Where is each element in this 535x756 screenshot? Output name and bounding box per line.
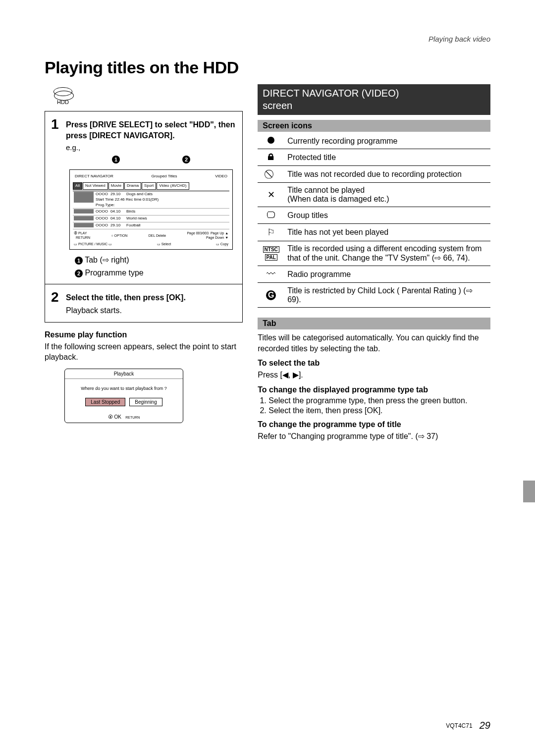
subsection-screen-icons: Screen icons	[258, 120, 490, 132]
table-row: 〰 Radio programme	[258, 266, 490, 283]
dn-row: OOOO 29.10 Football	[73, 222, 229, 229]
dn-row-channel: OOOO	[96, 216, 110, 221]
thumbnail-icon	[74, 216, 94, 220]
table-row: ⃠ Title was not recorded due to recordin…	[258, 166, 490, 183]
section-tab	[523, 481, 535, 502]
recording-icon	[268, 137, 274, 144]
radio-icon: 〰	[267, 269, 275, 279]
direct-navigator-screenshot: DIRECT NAVIGATOR Grouped Titles VIDEO Al…	[69, 169, 233, 250]
dn-foot-copy: Copy	[220, 242, 228, 246]
dn-page: Page 003/003	[187, 231, 209, 235]
dn-row-date: 29.10	[110, 223, 126, 228]
callout-label-1: Tab (⇨ right)	[85, 256, 129, 264]
ntsc-icon: NTSC	[263, 246, 279, 253]
playback-dialog-question: Where do you want to start playback from…	[65, 379, 183, 398]
dn-tab: Movie	[108, 182, 124, 190]
screen-icons-table: Currently recording programme 🔒︎ Protect…	[258, 134, 490, 308]
resume-heading: Resume play function	[45, 330, 243, 339]
right-column: DIRECT NAVIGATOR (VIDEO)screen Screen ic…	[258, 84, 490, 441]
thumbnail-icon	[74, 223, 94, 227]
child-lock-icon: G	[266, 290, 276, 300]
resume-section: Resume play function If the following sc…	[45, 330, 243, 423]
tab-para: Titles will be categorised automatically…	[258, 332, 490, 354]
step-1: 1 Press [DRIVE SELECT] to select "HDD", …	[45, 111, 242, 284]
steps-box: 1 Press [DRIVE SELECT] to select "HDD", …	[45, 111, 243, 323]
to-change-progtype-tab-heading: To change the displayed programme type t…	[258, 385, 490, 394]
table-row: Currently recording programme	[258, 134, 490, 149]
table-row: G Title is restricted by Child Lock ( Pa…	[258, 283, 490, 308]
step-2: 2 Select the title, then press [OK]. Pla…	[45, 284, 242, 322]
dn-row-title: World news	[126, 216, 228, 221]
dn-tabs: All Not Viewed Movie Drama Sport Video (…	[73, 182, 229, 190]
dn-foot-select: Select	[161, 242, 171, 246]
to-select-tab-body: Press [◀, ▶].	[258, 370, 490, 380]
dn-foot-del: DEL Delete	[149, 233, 166, 238]
dn-foot-return: RETURN	[76, 236, 90, 239]
callout-1-icon: 1	[112, 156, 120, 163]
step-1-instruction: Press [DRIVE SELECT] to select "HDD", th…	[66, 119, 236, 141]
step-body: Select the title, then press [OK]. Playb…	[66, 289, 236, 316]
dn-pageup: Page Up	[211, 231, 224, 235]
dn-tab: Drama	[124, 182, 141, 190]
step-1-eg: e.g.,	[66, 143, 236, 153]
group-titles-icon: 🖵︎	[267, 210, 275, 220]
step-2-result: Playback starts.	[66, 305, 236, 316]
dn-tab: Video (AVCHD)	[157, 182, 189, 190]
dn-list: OOOO 29.10 Dogs and Cats Start Time 22:4…	[73, 191, 229, 229]
dn-row-channel: OOOO	[96, 223, 110, 228]
dn-row-date: 04.10	[110, 209, 126, 215]
dn-foot-option: OPTION	[114, 234, 128, 237]
dn-tab: Sport	[142, 182, 156, 190]
cannot-play-icon: ✕	[268, 190, 275, 200]
callout-legend: 1 Tab (⇨ right) 2 Programme type	[75, 255, 236, 278]
step-body: Press [DRIVE SELECT] to select "HDD", th…	[66, 116, 236, 278]
table-row: ⚐ Title has not yet been played	[258, 224, 490, 241]
running-header: Playing back video	[45, 35, 490, 43]
dn-foot-play: PLAY	[78, 231, 87, 235]
callout-badge-2: 2	[75, 270, 83, 277]
dn-row-channel: OOOO	[96, 209, 110, 215]
dn-row-channel: OOOO	[96, 192, 110, 197]
page-title: Playing titles on the HDD	[45, 58, 490, 77]
playback-dialog-title: Playback	[65, 369, 183, 379]
callout-badge-1: 1	[75, 257, 83, 265]
section-header-direct-navigator: DIRECT NAVIGATOR (VIDEO)screen	[258, 84, 490, 115]
dn-tab: All	[73, 182, 82, 190]
to-change-progtype-title-body: Refer to "Changing programme type of tit…	[258, 431, 490, 442]
dn-row: OOOO 04.10 World news	[73, 216, 229, 222]
dn-title-right: VIDEO	[215, 174, 227, 179]
last-stopped-button[interactable]: Last Stopped	[85, 398, 125, 406]
doc-code: VQT4C71	[446, 722, 472, 729]
list-item: Select the programme type, then press th…	[268, 396, 490, 405]
resume-para: If the following screen appears, select …	[45, 341, 243, 363]
dn-pagedn: Page Down	[206, 236, 224, 239]
icon-desc: Title is restricted by Child Lock ( Pare…	[284, 283, 490, 308]
callout-label-2: Programme type	[85, 269, 143, 277]
step-number: 2	[51, 289, 66, 316]
icon-desc: Radio programme	[284, 266, 490, 283]
table-row: NTSC PAL Title is recorded using a diffe…	[258, 241, 490, 266]
icon-desc: Title is recorded using a different enco…	[284, 241, 490, 266]
two-column-layout: HDD 1 Press [DRIVE SELECT] to select "HD…	[45, 84, 490, 441]
icon-desc: Title was not recorded due to recording …	[284, 166, 490, 183]
page-number: 29	[480, 720, 490, 731]
lock-icon: 🔒︎	[267, 152, 275, 162]
not-viewed-icon: ⚐	[267, 227, 275, 237]
to-select-tab-heading: To select the tab	[258, 359, 490, 368]
beginning-button[interactable]: Beginning	[129, 398, 162, 406]
dn-row-date: 29.10	[110, 192, 126, 197]
list-item: Select the item, then press [OK].	[268, 406, 490, 415]
dn-foot-picture-music: PICTURE / MUSIC	[78, 242, 107, 246]
icon-desc: Currently recording programme	[284, 134, 490, 149]
callout-2-icon: 2	[182, 156, 190, 163]
disc-icon	[54, 87, 72, 96]
step-2-instruction: Select the title, then press [OK].	[66, 292, 236, 303]
dn-row-progtype: Prog.Type:	[96, 203, 228, 208]
to-change-progtype-title-heading: To change the programme type of title	[258, 420, 490, 429]
dn-title-left: DIRECT NAVIGATOR	[75, 174, 113, 179]
dn-row-subtitle: Start Time 22:46 Rec time 0:01(DR)	[96, 197, 228, 203]
thumbnail-icon	[74, 209, 94, 214]
playback-ok-return: ⦿ OK RETURN	[65, 411, 183, 423]
dn-row: OOOO 04.10 Birds	[73, 209, 229, 216]
dn-row: OOOO 29.10 Dogs and Cats Start Time 22:4…	[73, 191, 229, 209]
